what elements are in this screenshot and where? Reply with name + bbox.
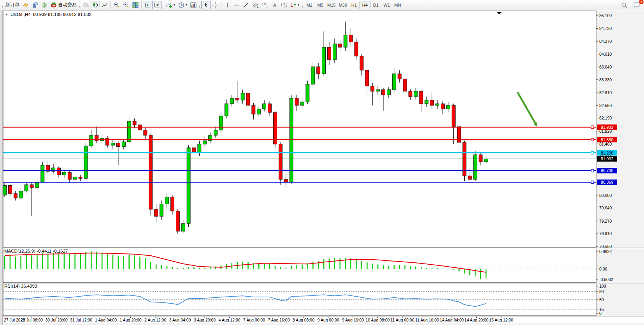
- indicators-icon: [166, 2, 172, 8]
- equidistant-channel-button[interactable]: E: [251, 1, 260, 9]
- time-tick-label: 8 Aug 08:00: [293, 318, 314, 322]
- crosshair-button[interactable]: [211, 1, 220, 9]
- autotrading-icon: [51, 2, 57, 8]
- chart-shift-button[interactable]: [152, 1, 161, 9]
- notifications-button[interactable]: 1: [632, 1, 642, 9]
- community-button[interactable]: [30, 1, 40, 9]
- line-anchor-marker[interactable]: [591, 169, 594, 172]
- timeframe-h1-button[interactable]: H1: [349, 1, 360, 9]
- toolbar-drag-handle[interactable]: [2, 2, 3, 9]
- candlestick-chart-button[interactable]: [91, 1, 100, 9]
- zoom-out-button[interactable]: [121, 1, 131, 9]
- time-tick-label: 11 Aug 00:00: [390, 318, 414, 322]
- fibonacci-button[interactable]: F: [260, 1, 270, 9]
- candle-body: [414, 91, 418, 97]
- arrows-icon: [290, 2, 297, 8]
- horizontal-line-button[interactable]: [232, 1, 241, 9]
- candle-body: [225, 104, 228, 116]
- time-tick-label: 11 Aug 16:00: [415, 318, 439, 322]
- arrows-button[interactable]: ▾: [289, 1, 301, 9]
- main-toolbar: 新订单 自动交易: [0, 0, 644, 10]
- cursor-button[interactable]: [201, 1, 211, 9]
- candle-body: [387, 90, 390, 95]
- candle-body: [376, 90, 380, 91]
- candle-body: [25, 185, 28, 191]
- vertical-line-button[interactable]: [223, 1, 232, 9]
- cursor-arrow-icon: [203, 2, 209, 8]
- auto-scroll-button[interactable]: [143, 1, 152, 9]
- search-button[interactable]: [619, 1, 629, 9]
- crosshair-icon: [212, 2, 218, 8]
- line-anchor-marker[interactable]: [591, 181, 594, 184]
- candle-body: [479, 155, 483, 162]
- line-anchor-marker[interactable]: [591, 126, 594, 128]
- candle-body: [68, 172, 71, 179]
- candle-body: [371, 86, 374, 91]
- candle-body: [322, 47, 326, 74]
- price-tick-label: 83.640: [599, 65, 612, 69]
- auto-trading-button[interactable]: 自动交易: [49, 1, 78, 9]
- zoom-in-button[interactable]: [112, 1, 121, 9]
- candle-body: [219, 116, 223, 130]
- text-button[interactable]: A: [270, 1, 279, 9]
- time-tick-label: 10 Aug 08:00: [366, 318, 390, 322]
- new-order-button[interactable]: 新订单: [4, 1, 21, 9]
- news-signal-button[interactable]: [40, 1, 49, 9]
- timeframe-m1-button[interactable]: M1: [304, 1, 315, 9]
- trendline-icon: [243, 2, 249, 8]
- search-icon: [621, 2, 628, 9]
- timeframe-h4-button[interactable]: H4: [360, 1, 370, 9]
- candle-body: [111, 143, 115, 145]
- timeframe-w1-button[interactable]: W1: [381, 1, 392, 9]
- timeframe-mn-button[interactable]: MN: [392, 1, 403, 9]
- text-a-icon: A: [272, 2, 278, 8]
- candle-body: [457, 126, 461, 142]
- toolbar-drag-handle[interactable]: [199, 2, 200, 9]
- svg-text:E: E: [257, 5, 259, 8]
- indicators-dropdown-caret[interactable]: ▾: [174, 3, 175, 7]
- text-label-button[interactable]: T: [279, 1, 289, 9]
- time-tick-label: 2 Aug 12:00: [144, 318, 166, 322]
- vertical-line-icon: [224, 2, 230, 8]
- toolbar-drag-handle[interactable]: [79, 2, 81, 9]
- timeframe-m15-button[interactable]: M15: [326, 1, 337, 9]
- candle-body: [8, 185, 12, 193]
- candle-body: [35, 182, 39, 187]
- periods-button[interactable]: ▾: [177, 1, 189, 9]
- line-anchor-marker[interactable]: [591, 151, 594, 154]
- candle-body: [203, 141, 207, 144]
- candle-body: [257, 109, 261, 114]
- indicators-button[interactable]: ▾: [164, 1, 177, 9]
- trendline-button[interactable]: [241, 1, 251, 9]
- candle-body: [160, 204, 163, 216]
- main-chart-pane[interactable]: [3, 11, 596, 247]
- bar-chart-button[interactable]: [81, 1, 91, 9]
- market-watch-button[interactable]: [21, 1, 30, 9]
- line-anchor-marker[interactable]: [591, 138, 594, 141]
- chart-ohlc-values: 80.939 81.100 80.912 81.032: [33, 12, 91, 17]
- toolbar-drag-handle[interactable]: [302, 2, 303, 9]
- time-tick-label: 9 Aug 16:00: [342, 318, 364, 322]
- candle-body: [181, 223, 185, 231]
- candle-body: [474, 155, 477, 179]
- one-click-collapse-icon[interactable]: ▼: [5, 13, 8, 16]
- rsi-indicator-label: RSI(14) 36.4093: [4, 284, 37, 288]
- rsi-pane[interactable]: [3, 283, 596, 316]
- candle-body: [317, 67, 320, 74]
- macd-indicator-label: MACD(12,26,9) -0.4411 -0.1627: [4, 249, 68, 253]
- timeframe-m5-button[interactable]: M5: [315, 1, 326, 9]
- price-tick-label: 84.370: [599, 39, 612, 44]
- candle-body: [57, 168, 61, 175]
- chart-title: ▼ USOil-,H4 80.939 81.100 80.912 81.032: [5, 12, 91, 17]
- timeframe-m30-button[interactable]: M30: [337, 1, 348, 9]
- candle-body: [30, 185, 33, 188]
- candle-body: [3, 185, 7, 195]
- periods-dropdown-caret[interactable]: ▾: [186, 3, 187, 7]
- candle-body: [230, 98, 233, 104]
- chart-canvas[interactable]: 85.10084.73084.37084.01083.64083.28082.9…: [0, 10, 644, 325]
- tile-windows-button[interactable]: [131, 1, 140, 9]
- timeframe-d1-button[interactable]: D1: [370, 1, 381, 9]
- templates-button[interactable]: [189, 1, 198, 9]
- line-chart-button[interactable]: [100, 1, 109, 9]
- arrows-dropdown-caret[interactable]: ▾: [298, 3, 299, 7]
